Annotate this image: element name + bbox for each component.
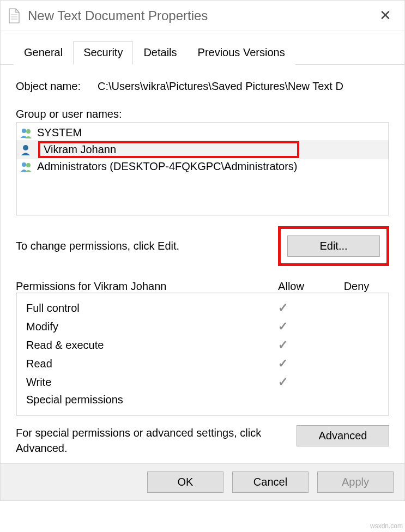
list-item-label: Vikram Johann xyxy=(44,143,116,155)
group-user-names-label: Group or user names: xyxy=(16,108,389,120)
permission-name: Modify xyxy=(26,321,250,333)
users-group-icon xyxy=(20,161,34,173)
document-icon xyxy=(8,8,20,23)
change-permissions-row: To change permissions, click Edit. Edit.… xyxy=(16,226,389,266)
object-name-row: Object name: C:\Users\vikra\Pictures\Sav… xyxy=(16,80,389,93)
svg-point-4 xyxy=(26,129,31,134)
deny-column-header: Deny xyxy=(324,280,389,293)
list-item[interactable]: SYSTEM xyxy=(16,125,389,140)
edit-button-highlight: Edit... xyxy=(278,226,389,266)
group-user-names-list[interactable]: SYSTEM Vikram Johann Administrators (DES… xyxy=(16,123,389,215)
properties-dialog: New Text Document Properties ✕ General S… xyxy=(0,0,405,501)
permissions-list: Full control ✓ Modify ✓ Read & execute ✓… xyxy=(16,293,389,415)
allow-check-icon: ✓ xyxy=(250,319,316,334)
svg-point-3 xyxy=(22,129,26,133)
highlighted-user: Vikram Johann xyxy=(38,141,299,158)
permission-row: Read ✓ xyxy=(26,354,381,373)
tab-content: Object name: C:\Users\vikra\Pictures\Sav… xyxy=(1,65,404,463)
apply-button[interactable]: Apply xyxy=(317,471,394,493)
users-group-icon xyxy=(20,127,34,139)
list-item[interactable]: Administrators (DESKTOP-4FQKGPC\Administ… xyxy=(16,159,389,174)
allow-check-icon: ✓ xyxy=(250,375,316,389)
tab-security[interactable]: Security xyxy=(73,41,133,65)
allow-check-icon: ✓ xyxy=(250,356,316,371)
object-name-value: C:\Users\vikra\Pictures\Saved Pictures\N… xyxy=(98,80,343,93)
permission-name: Special permissions xyxy=(26,394,250,406)
permissions-header: Permissions for Vikram Johann Allow Deny xyxy=(16,280,389,293)
permission-row: Read & execute ✓ xyxy=(26,336,381,354)
permission-row: Modify ✓ xyxy=(26,317,381,336)
list-item[interactable]: Vikram Johann xyxy=(16,140,389,159)
cancel-button[interactable]: Cancel xyxy=(232,471,309,493)
permission-name: Full control xyxy=(26,302,250,315)
tabstrip: General Security Details Previous Versio… xyxy=(1,31,404,65)
svg-point-7 xyxy=(26,163,31,167)
window-title: New Text Document Properties xyxy=(28,8,374,23)
permissions-for-label: Permissions for Vikram Johann xyxy=(16,280,258,293)
close-button[interactable]: ✕ xyxy=(374,5,397,26)
allow-check-icon: ✓ xyxy=(250,301,316,315)
permission-name: Read & execute xyxy=(26,339,250,352)
special-permissions-row: For special permissions or advanced sett… xyxy=(16,425,389,456)
edit-button[interactable]: Edit... xyxy=(287,235,380,257)
ok-button[interactable]: OK xyxy=(147,471,223,493)
allow-column-header: Allow xyxy=(258,280,324,293)
tab-details[interactable]: Details xyxy=(133,41,187,65)
permission-row: Full control ✓ xyxy=(26,299,381,317)
user-icon xyxy=(20,144,34,156)
change-permissions-text: To change permissions, click Edit. xyxy=(16,240,278,252)
svg-point-6 xyxy=(22,162,26,167)
svg-point-5 xyxy=(23,145,28,150)
special-permissions-text: For special permissions or advanced sett… xyxy=(16,425,297,456)
titlebar: New Text Document Properties ✕ xyxy=(1,1,404,31)
permission-row: Special permissions xyxy=(26,391,381,408)
permission-row: Write ✓ xyxy=(26,373,381,391)
permission-name: Read xyxy=(26,358,250,370)
tab-general[interactable]: General xyxy=(14,41,73,65)
allow-check-icon: ✓ xyxy=(250,338,316,352)
list-item-label: SYSTEM xyxy=(37,126,82,139)
dialog-footer: OK Cancel Apply xyxy=(1,463,404,500)
list-item-label: Administrators (DESKTOP-4FQKGPC\Administ… xyxy=(37,160,298,173)
tab-previous-versions[interactable]: Previous Versions xyxy=(188,41,295,65)
permission-name: Write xyxy=(26,376,250,389)
object-name-label: Object name: xyxy=(16,80,98,93)
advanced-button[interactable]: Advanced xyxy=(297,425,389,446)
